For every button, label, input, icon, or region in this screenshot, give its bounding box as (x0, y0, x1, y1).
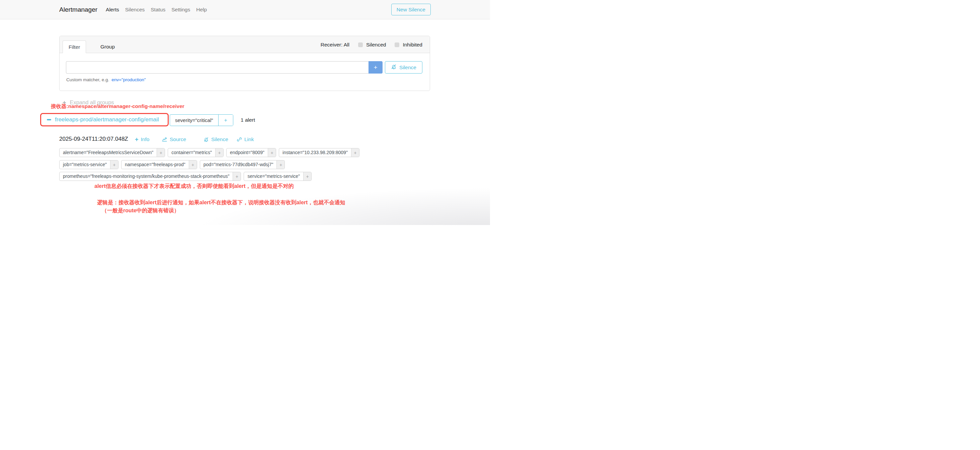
matcher-hint: Custom matcher, e.g.env="production" (66, 77, 146, 82)
hint-example-link[interactable]: env="production" (111, 77, 146, 82)
info-label: Info (141, 136, 150, 143)
label-tag: pod="metrics-77d9cdb497-wdsj7" + (200, 160, 285, 169)
label-row-2: job="metrics-service" + namespace="freel… (59, 160, 285, 169)
navbar-container: Alertmanager Alerts Silences Status Sett… (59, 0, 431, 19)
label-text: alertname="FreeleapsMetricsServiceDown" (60, 149, 157, 157)
group-matcher-text: severity="critical" (170, 115, 218, 126)
label-text: instance="10.233.98.209:8009" (279, 149, 351, 157)
label-add-filter-button[interactable]: + (303, 172, 311, 181)
group-matcher-add-button[interactable]: + (218, 115, 233, 126)
label-add-filter-button[interactable]: + (110, 160, 118, 169)
label-text: job="metrics-service" (60, 160, 110, 169)
link-button[interactable]: Link (237, 136, 254, 143)
chart-line-icon (162, 136, 167, 142)
link-icon (237, 137, 242, 142)
inhibited-toggle[interactable]: Inhibited (395, 42, 422, 48)
silenced-label: Silenced (366, 42, 386, 48)
label-text: prometheus="freeleaps-monitoring-system/… (60, 172, 232, 181)
source-label: Source (170, 136, 186, 143)
main-nav: Alerts Silences Status Settings Help (103, 7, 210, 13)
receiver-filter-label[interactable]: Receiver: All (321, 42, 349, 48)
group-matcher-chip: severity="critical" + (170, 114, 233, 126)
filter-panel-header: Filter Group Receiver: All Silenced Inhi… (60, 36, 430, 53)
info-button[interactable]: + Info (135, 136, 149, 143)
top-navbar: Alertmanager Alerts Silences Status Sett… (0, 0, 490, 19)
silence-filter-button[interactable]: Silence (385, 61, 422, 74)
tab-filter[interactable]: Filter (63, 40, 86, 53)
label-add-filter-button[interactable]: + (268, 149, 276, 157)
label-tag: instance="10.233.98.209:8009" + (279, 148, 360, 157)
add-matcher-button[interactable]: + (369, 61, 383, 74)
label-row-3: prometheus="freeleaps-monitoring-system/… (59, 172, 312, 181)
nav-silences[interactable]: Silences (122, 7, 148, 13)
link-label: Link (244, 136, 254, 143)
tab-group[interactable]: Group (95, 40, 121, 53)
silenced-checkbox[interactable] (358, 43, 363, 47)
annotation-receiver-note: 接收器:namespace/altermanager-config-name/r… (51, 103, 185, 110)
label-tag: job="metrics-service" + (59, 160, 118, 169)
inhibited-checkbox[interactable] (395, 43, 399, 47)
nav-alerts[interactable]: Alerts (103, 7, 122, 13)
label-text: namespace="freeleaps-prod" (121, 160, 189, 169)
annotation-note-3: （一般是route中的逻辑有错误） (102, 207, 180, 214)
inhibited-label: Inhibited (402, 42, 422, 48)
label-tag: namespace="freeleaps-prod" + (121, 160, 197, 169)
label-add-filter-button[interactable]: + (351, 149, 359, 157)
source-button[interactable]: Source (162, 136, 186, 143)
nav-settings[interactable]: Settings (169, 7, 193, 13)
label-tag: service="metrics-service" + (243, 172, 312, 181)
label-add-filter-button[interactable]: + (157, 149, 165, 157)
label-tag: endpoint="8009" + (226, 148, 276, 157)
annotation-note-2: 逻辑是：接收器收到alert后进行通知，如果alert不在接收器下，说明接收器没… (97, 199, 345, 206)
silence-filter-label: Silence (399, 65, 416, 71)
nav-status[interactable]: Status (148, 7, 169, 13)
filter-panel: Filter Group Receiver: All Silenced Inhi… (59, 36, 430, 91)
annotation-note-1: alert信息必须在接收器下才表示配置成功，否则即使能看到alert，但是通知是… (94, 183, 294, 190)
collapse-minus-icon[interactable] (47, 119, 51, 120)
matcher-input[interactable] (66, 61, 369, 74)
annotation-highlight-box: freeleaps-prod/alertmanager-config/email (40, 113, 169, 127)
alert-timestamp: 2025-09-24T11:20:07.048Z (59, 136, 128, 143)
label-text: endpoint="8009" (227, 149, 268, 157)
silenced-toggle[interactable]: Silenced (358, 42, 386, 48)
app-brand[interactable]: Alertmanager (59, 6, 97, 13)
alertmanager-page: Alertmanager Alerts Silences Status Sett… (0, 0, 490, 225)
alert-count: 1 alert (241, 117, 255, 123)
filter-header-controls: Receiver: All Silenced Inhibited (321, 36, 422, 53)
label-row-1: alertname="FreeleapsMetricsServiceDown" … (59, 148, 360, 157)
bell-slash-icon (204, 137, 209, 142)
group-receiver-link[interactable]: freeleaps-prod/alertmanager-config/email (55, 116, 159, 123)
label-tag: container="metrics" + (168, 148, 224, 157)
label-add-filter-button[interactable]: + (215, 149, 223, 157)
label-text: container="metrics" (168, 149, 215, 157)
label-add-filter-button[interactable]: + (277, 160, 285, 169)
label-text: service="metrics-service" (244, 172, 303, 181)
label-tag: prometheus="freeleaps-monitoring-system/… (59, 172, 241, 181)
silence-alert-label: Silence (211, 136, 228, 143)
silence-alert-button[interactable]: Silence (204, 136, 228, 143)
label-add-filter-button[interactable]: + (189, 160, 197, 169)
label-tag: alertname="FreeleapsMetricsServiceDown" … (59, 148, 165, 157)
new-silence-button[interactable]: New Silence (391, 4, 431, 15)
label-text: pod="metrics-77d9cdb497-wdsj7" (200, 160, 277, 169)
label-add-filter-button[interactable]: + (232, 172, 241, 181)
plus-icon: + (135, 136, 138, 143)
nav-help[interactable]: Help (193, 7, 210, 13)
bell-slash-icon (391, 64, 397, 71)
hint-text: Custom matcher, e.g. (66, 77, 109, 82)
